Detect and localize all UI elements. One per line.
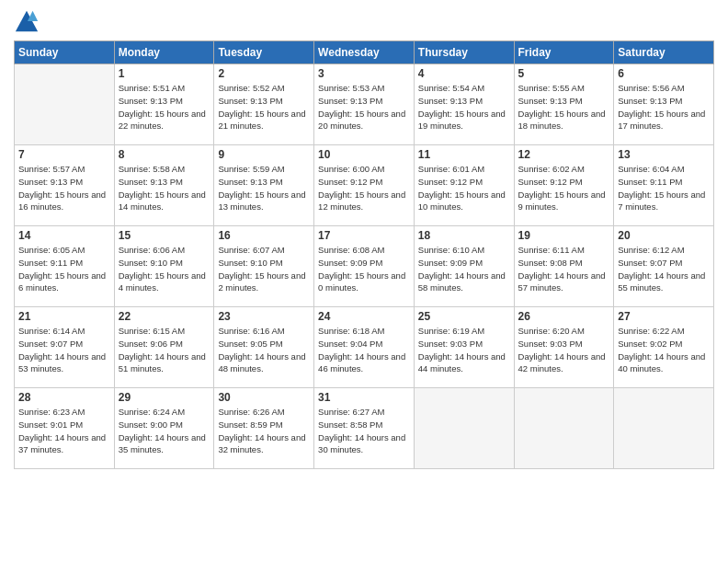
day-number: 17 [318,229,410,242]
day-header-monday: Monday [114,41,214,64]
calendar-cell: 14 Sunrise: 6:05 AMSunset: 9:11 PMDaylig… [15,226,115,307]
day-number: 18 [418,229,510,242]
day-number: 16 [218,229,310,242]
calendar-cell: 2 Sunrise: 5:52 AMSunset: 9:13 PMDayligh… [214,64,314,145]
day-number: 8 [119,148,210,161]
calendar-cell [414,388,514,469]
calendar-cell: 23 Sunrise: 6:16 AMSunset: 9:05 PMDaylig… [214,307,314,388]
day-info: Sunrise: 6:19 AMSunset: 9:03 PMDaylight:… [418,326,506,373]
day-info: Sunrise: 6:15 AMSunset: 9:06 PMDaylight:… [119,326,206,373]
header [14,9,714,35]
day-number: 5 [518,67,610,80]
day-info: Sunrise: 6:02 AMSunset: 9:12 PMDaylight:… [518,164,606,212]
calendar-cell: 30 Sunrise: 6:26 AMSunset: 8:59 PMDaylig… [214,388,314,469]
day-info: Sunrise: 6:05 AMSunset: 9:11 PMDaylight:… [18,245,106,293]
day-number: 22 [119,310,210,323]
calendar-cell: 29 Sunrise: 6:24 AMSunset: 9:00 PMDaylig… [114,388,214,469]
calendar-cell: 8 Sunrise: 5:58 AMSunset: 9:13 PMDayligh… [114,145,214,226]
calendar-cell [614,388,714,469]
day-number: 29 [119,391,210,404]
day-info: Sunrise: 6:20 AMSunset: 9:03 PMDaylight:… [518,326,606,373]
day-info: Sunrise: 5:58 AMSunset: 9:13 PMDaylight:… [119,164,206,212]
calendar-cell: 5 Sunrise: 5:55 AMSunset: 9:13 PMDayligh… [514,64,614,145]
day-number: 4 [418,67,510,80]
calendar-cell: 10 Sunrise: 6:00 AMSunset: 9:12 PMDaylig… [314,145,415,226]
day-header-wednesday: Wednesday [314,41,415,64]
day-info: Sunrise: 5:52 AMSunset: 9:13 PMDaylight:… [218,83,305,131]
day-number: 31 [318,391,410,404]
calendar-cell: 15 Sunrise: 6:06 AMSunset: 9:10 PMDaylig… [114,226,214,307]
day-number: 3 [318,67,410,80]
day-number: 24 [318,310,410,323]
week-row-3: 14 Sunrise: 6:05 AMSunset: 9:11 PMDaylig… [15,226,714,307]
day-number: 15 [119,229,210,242]
day-info: Sunrise: 5:59 AMSunset: 9:13 PMDaylight:… [218,164,305,212]
day-header-sunday: Sunday [15,41,115,64]
day-header-thursday: Thursday [414,41,514,64]
calendar-cell: 26 Sunrise: 6:20 AMSunset: 9:03 PMDaylig… [514,307,614,388]
day-info: Sunrise: 6:00 AMSunset: 9:12 PMDaylight:… [318,164,405,212]
day-info: Sunrise: 6:10 AMSunset: 9:09 PMDaylight:… [418,245,506,293]
day-info: Sunrise: 6:24 AMSunset: 9:00 PMDaylight:… [119,407,206,454]
day-info: Sunrise: 5:53 AMSunset: 9:13 PMDaylight:… [318,83,405,131]
week-row-5: 28 Sunrise: 6:23 AMSunset: 9:01 PMDaylig… [15,388,714,469]
day-info: Sunrise: 6:27 AMSunset: 8:58 PMDaylight:… [318,407,405,454]
day-info: Sunrise: 6:08 AMSunset: 9:09 PMDaylight:… [318,245,405,293]
day-number: 2 [218,67,310,80]
calendar-cell: 19 Sunrise: 6:11 AMSunset: 9:08 PMDaylig… [514,226,614,307]
day-number: 19 [518,229,610,242]
day-number: 26 [518,310,610,323]
day-number: 6 [618,67,710,80]
day-info: Sunrise: 6:11 AMSunset: 9:08 PMDaylight:… [518,245,606,293]
day-info: Sunrise: 6:01 AMSunset: 9:12 PMDaylight:… [418,164,506,212]
calendar-cell: 9 Sunrise: 5:59 AMSunset: 9:13 PMDayligh… [214,145,314,226]
header-row: SundayMondayTuesdayWednesdayThursdayFrid… [15,41,714,64]
calendar-cell: 11 Sunrise: 6:01 AMSunset: 9:12 PMDaylig… [414,145,514,226]
day-info: Sunrise: 6:12 AMSunset: 9:07 PMDaylight:… [618,245,705,293]
calendar-cell: 7 Sunrise: 5:57 AMSunset: 9:13 PMDayligh… [15,145,115,226]
calendar-cell: 28 Sunrise: 6:23 AMSunset: 9:01 PMDaylig… [15,388,115,469]
day-number: 13 [618,148,710,161]
day-number: 7 [18,148,110,161]
day-number: 12 [518,148,610,161]
day-header-saturday: Saturday [614,41,714,64]
day-info: Sunrise: 6:07 AMSunset: 9:10 PMDaylight:… [218,245,305,293]
calendar-cell: 12 Sunrise: 6:02 AMSunset: 9:12 PMDaylig… [514,145,614,226]
calendar-cell: 18 Sunrise: 6:10 AMSunset: 9:09 PMDaylig… [414,226,514,307]
day-number: 1 [119,67,210,80]
day-info: Sunrise: 5:56 AMSunset: 9:13 PMDaylight:… [618,83,705,131]
day-header-tuesday: Tuesday [214,41,314,64]
day-number: 9 [218,148,310,161]
logo-icon [14,9,40,35]
day-info: Sunrise: 6:23 AMSunset: 9:01 PMDaylight:… [18,407,106,454]
day-info: Sunrise: 5:55 AMSunset: 9:13 PMDaylight:… [518,83,606,131]
calendar-cell: 27 Sunrise: 6:22 AMSunset: 9:02 PMDaylig… [614,307,714,388]
calendar-cell: 13 Sunrise: 6:04 AMSunset: 9:11 PMDaylig… [614,145,714,226]
day-number: 21 [18,310,110,323]
calendar-cell: 24 Sunrise: 6:18 AMSunset: 9:04 PMDaylig… [314,307,415,388]
day-number: 20 [618,229,710,242]
calendar-cell: 16 Sunrise: 6:07 AMSunset: 9:10 PMDaylig… [214,226,314,307]
calendar-cell [514,388,614,469]
calendar-cell: 31 Sunrise: 6:27 AMSunset: 8:58 PMDaylig… [314,388,415,469]
calendar-cell: 3 Sunrise: 5:53 AMSunset: 9:13 PMDayligh… [314,64,415,145]
calendar-cell [15,64,115,145]
week-row-2: 7 Sunrise: 5:57 AMSunset: 9:13 PMDayligh… [15,145,714,226]
calendar-cell: 22 Sunrise: 6:15 AMSunset: 9:06 PMDaylig… [114,307,214,388]
week-row-4: 21 Sunrise: 6:14 AMSunset: 9:07 PMDaylig… [15,307,714,388]
day-number: 23 [218,310,310,323]
day-info: Sunrise: 6:26 AMSunset: 8:59 PMDaylight:… [218,407,305,454]
day-info: Sunrise: 5:51 AMSunset: 9:13 PMDaylight:… [119,83,206,131]
day-number: 30 [218,391,310,404]
day-number: 14 [18,229,110,242]
day-number: 11 [418,148,510,161]
calendar-table: SundayMondayTuesdayWednesdayThursdayFrid… [14,40,714,469]
day-info: Sunrise: 5:54 AMSunset: 9:13 PMDaylight:… [418,83,506,131]
day-info: Sunrise: 6:22 AMSunset: 9:02 PMDaylight:… [618,326,705,373]
calendar-cell: 17 Sunrise: 6:08 AMSunset: 9:09 PMDaylig… [314,226,415,307]
logo [14,9,43,35]
day-number: 28 [18,391,110,404]
day-info: Sunrise: 5:57 AMSunset: 9:13 PMDaylight:… [18,164,106,212]
calendar-cell: 20 Sunrise: 6:12 AMSunset: 9:07 PMDaylig… [614,226,714,307]
day-info: Sunrise: 6:18 AMSunset: 9:04 PMDaylight:… [318,326,405,373]
